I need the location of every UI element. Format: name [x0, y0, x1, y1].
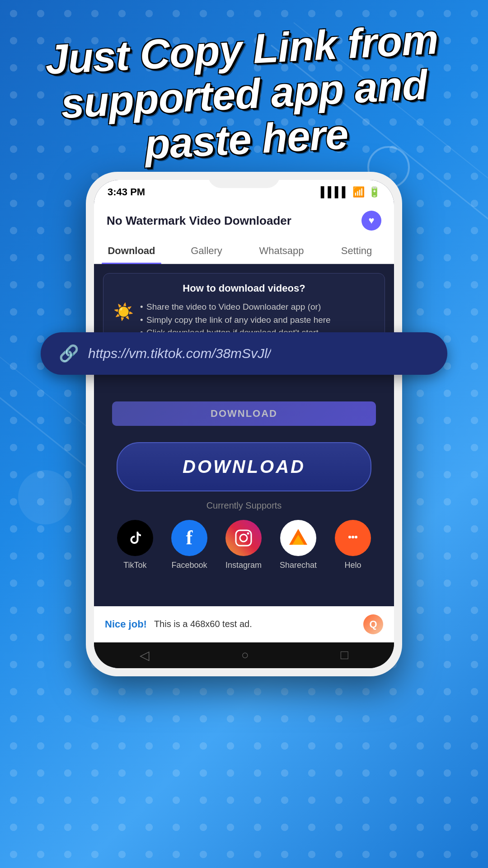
app-header: No Watermark Video Downloader ♥	[94, 203, 394, 239]
howto-step-1: Share the video to Video Downloader app …	[140, 301, 331, 314]
instagram-icon	[225, 520, 262, 556]
sharechat-icon	[280, 520, 316, 556]
tiktok-label: TikTok	[123, 561, 146, 570]
download-section: DOWNLOAD	[94, 394, 394, 442]
favorite-button[interactable]: ♥	[361, 211, 381, 231]
app-icon-instagram: Instagram	[225, 520, 262, 570]
supports-section: Currently Supports TikTok f Facebook	[94, 500, 394, 579]
sharechat-label: Sharechat	[280, 561, 317, 570]
supports-title: Currently Supports	[103, 500, 385, 511]
wifi-icon: 📶	[352, 186, 365, 198]
phone-outer: 3:43 PM ▌▌▌▌ 📶 🔋 No Watermark Video Down…	[86, 172, 402, 676]
svg-point-12	[348, 536, 351, 538]
bottom-nav: ◁ ○ □	[94, 642, 394, 668]
helo-icon	[335, 520, 371, 556]
ad-logo: Q	[363, 614, 383, 634]
tab-download[interactable]: Download	[94, 239, 169, 263]
signal-icon: ▌▌▌▌	[321, 186, 349, 198]
ad-nice-job: Nice job!	[105, 618, 147, 630]
svg-point-5	[18, 470, 72, 524]
nav-back-button[interactable]: ◁	[140, 648, 150, 663]
phone-mockup: 3:43 PM ▌▌▌▌ 📶 🔋 No Watermark Video Down…	[86, 172, 402, 676]
download-button[interactable]: DOWNLOAD	[117, 442, 371, 491]
phone-screen: 3:43 PM ▌▌▌▌ 📶 🔋 No Watermark Video Down…	[94, 180, 394, 668]
bottom-spacer	[94, 579, 394, 606]
status-icons: ▌▌▌▌ 📶 🔋	[321, 186, 380, 198]
howto-title: How to download videos?	[113, 283, 375, 294]
big-download-wrap: DOWNLOAD	[94, 442, 394, 500]
sun-icon: ☀️	[113, 302, 134, 321]
tab-setting[interactable]: Setting	[319, 239, 394, 263]
nav-recent-button[interactable]: □	[341, 648, 348, 663]
tab-whatsapp[interactable]: Whatsapp	[244, 239, 319, 263]
svg-point-14	[355, 536, 357, 538]
tab-bar: Download Gallery Whatsapp Setting	[94, 239, 394, 264]
small-download-button[interactable]: DOWNLOAD	[112, 401, 376, 426]
url-bar[interactable]: 🔗 https://vm.tiktok.com/38mSvJl/	[41, 332, 447, 375]
helo-label: Helo	[345, 561, 361, 570]
svg-point-13	[352, 536, 354, 538]
app-icon-facebook: f Facebook	[171, 520, 207, 570]
phone-notch	[208, 172, 280, 188]
svg-point-7	[240, 534, 247, 542]
tiktok-icon	[117, 520, 153, 556]
ad-bar: Nice job! This is a 468x60 test ad. Q	[94, 606, 394, 642]
facebook-label: Facebook	[171, 561, 207, 570]
nav-home-button[interactable]: ○	[241, 648, 249, 663]
app-title: No Watermark Video Downloader	[107, 214, 291, 228]
url-bar-container: 🔗 https://vm.tiktok.com/38mSvJl/	[0, 332, 488, 375]
app-icon-sharechat: Sharechat	[280, 520, 317, 570]
battery-icon: 🔋	[368, 186, 380, 198]
status-time: 3:43 PM	[108, 186, 145, 198]
facebook-icon: f	[171, 520, 207, 556]
tab-gallery[interactable]: Gallery	[169, 239, 244, 263]
url-input[interactable]: https://vm.tiktok.com/38mSvJl/	[88, 346, 271, 361]
app-icons-row: TikTok f Facebook	[103, 520, 385, 570]
svg-point-8	[247, 532, 249, 534]
app-icon-helo: Helo	[335, 520, 371, 570]
app-icon-tiktok: TikTok	[117, 520, 153, 570]
link-icon: 🔗	[59, 344, 79, 363]
svg-rect-6	[236, 530, 251, 546]
hero-title: Just Copy Link from supported app and pa…	[10, 15, 478, 174]
hero-section: Just Copy Link from supported app and pa…	[14, 27, 474, 162]
howto-step-2: Simply copy the link of any video and pa…	[140, 314, 331, 327]
ad-text: This is a 468x60 test ad.	[154, 619, 356, 629]
instagram-label: Instagram	[225, 561, 262, 570]
